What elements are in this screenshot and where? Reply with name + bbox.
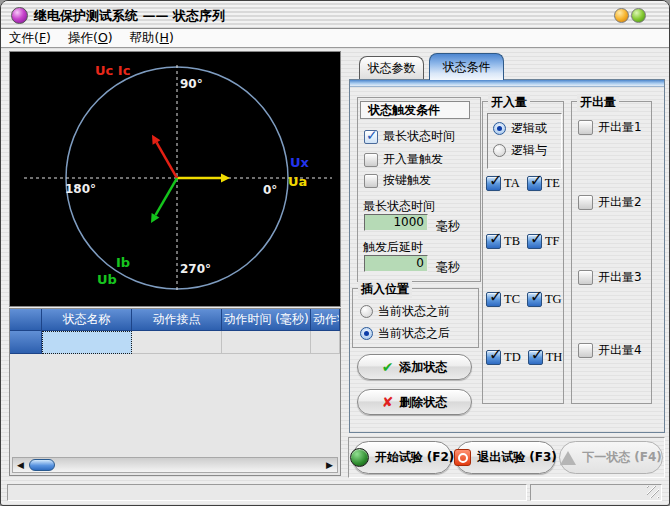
checkbox-icon[interactable]	[364, 130, 378, 144]
trigger-group-title: 状态触发条件	[360, 101, 470, 119]
checkbox-tf[interactable]	[527, 234, 542, 249]
app-badge-icon[interactable]	[11, 7, 28, 24]
checkbox-output-1[interactable]: 开出量1	[578, 119, 642, 136]
max-state-time-unit: 毫秒	[436, 218, 460, 235]
status-bar-right	[530, 484, 662, 501]
checkbox-icon[interactable]	[364, 153, 378, 167]
tab-page-top-band	[350, 80, 664, 87]
post-trigger-delay-label: 触发后延时	[363, 239, 423, 256]
title-bar: 继电保护测试系统 —— 状态序列	[1, 1, 669, 29]
phasor-label-ub: Ub	[97, 272, 117, 287]
menu-bar: 文件(F) 操作(O) 帮助(H)	[1, 29, 669, 48]
resize-grip[interactable]	[647, 486, 659, 498]
radio-after-current-state[interactable]: 当前状态之后	[360, 325, 450, 342]
add-state-button[interactable]: ✔ 添加状态	[357, 354, 472, 380]
radio-before-current-state[interactable]: 当前状态之前	[360, 303, 450, 320]
post-trigger-delay-input[interactable]: 0	[364, 255, 428, 272]
radio-icon[interactable]	[360, 327, 373, 340]
radio-icon[interactable]	[493, 144, 506, 157]
checkbox-icon[interactable]	[578, 343, 593, 358]
test-control-panel: 开始试验 (F2) 退出试验 (F3) 下一状态 (F4)	[348, 437, 665, 478]
channel-row-tc-tg: TC TG	[486, 292, 562, 307]
radio-icon[interactable]	[360, 305, 373, 318]
x-icon: ✘	[382, 394, 394, 410]
delete-state-button[interactable]: ✘ 删除状态	[357, 389, 472, 415]
checkbox-key-trigger[interactable]: 按键触发	[364, 172, 431, 189]
max-state-time-input[interactable]: 1000	[364, 214, 428, 231]
window-title: 继电保护测试系统 —— 状态序列	[34, 7, 225, 25]
checkbox-icon[interactable]	[578, 120, 593, 135]
binary-input-group: 开入量 逻辑或 逻辑与 TA TE TB	[482, 101, 564, 404]
checkbox-tc[interactable]	[486, 292, 501, 307]
phasor-label-270: 270°	[180, 262, 211, 276]
logic-box: 逻辑或 逻辑与	[487, 113, 562, 169]
table-header: 状态名称 动作接点 动作时间 (毫秒) 动作状态	[10, 309, 340, 331]
phasor-panel: Uc Ic 90° 180° 0° 270° Ux Ua Ib Ub	[9, 51, 341, 307]
start-icon	[350, 448, 369, 467]
next-state-button[interactable]: 下一状态 (F4)	[559, 441, 663, 474]
checkbox-icon[interactable]	[364, 174, 378, 188]
menu-help[interactable]: 帮助(H)	[130, 30, 174, 47]
trigger-conditions-group: 状态触发条件 最长状态时间 开入量触发 按键触发 最长状态时间 1000 毫秒 …	[357, 97, 481, 282]
stop-icon	[454, 449, 471, 466]
checkbox-output-4[interactable]: 开出量4	[578, 342, 642, 359]
binary-output-legend: 开出量	[577, 94, 619, 111]
binary-input-legend: 开入量	[488, 94, 530, 111]
checkbox-icon[interactable]	[578, 270, 593, 285]
tab-state-params[interactable]: 状态参数	[359, 56, 424, 80]
col-header-state-name[interactable]: 状态名称	[42, 309, 132, 331]
check-icon: ✔	[382, 359, 394, 375]
radio-icon[interactable]	[493, 122, 506, 135]
checkbox-ta[interactable]	[486, 176, 501, 191]
checkbox-th[interactable]	[528, 350, 543, 365]
phasor-label-0: 0°	[263, 183, 277, 197]
radio-logic-or[interactable]: 逻辑或	[493, 120, 547, 137]
col-header-action-state[interactable]: 动作状态	[311, 309, 340, 331]
menu-file[interactable]: 文件(F)	[9, 30, 51, 47]
col-header-index[interactable]	[10, 309, 42, 331]
close-button[interactable]	[631, 8, 646, 23]
col-header-contact[interactable]: 动作接点	[132, 309, 222, 331]
scrollbar-thumb[interactable]	[29, 459, 55, 471]
post-trigger-delay-unit: 毫秒	[436, 259, 460, 276]
exit-test-button[interactable]: 退出试验 (F3)	[455, 441, 556, 474]
phasor-label-180: 180°	[65, 182, 96, 196]
checkbox-binary-input-trigger[interactable]: 开入量触发	[364, 151, 443, 168]
selected-cell[interactable]	[42, 331, 132, 354]
next-icon	[560, 451, 576, 465]
minimize-button[interactable]	[614, 8, 629, 23]
app-window: 继电保护测试系统 —— 状态序列 文件(F) 操作(O) 帮助(H) Uc Ic…	[0, 0, 670, 506]
checkbox-tg[interactable]	[527, 292, 542, 307]
table-cell[interactable]	[222, 331, 311, 354]
col-header-time[interactable]: 动作时间 (毫秒)	[222, 309, 311, 331]
checkbox-max-state-time[interactable]: 最长状态时间	[364, 128, 455, 145]
horizontal-scrollbar[interactable]: ◀ ▶	[12, 457, 338, 473]
scroll-right-icon[interactable]: ▶	[323, 458, 336, 472]
scroll-left-icon[interactable]: ◀	[14, 458, 27, 472]
phasor-label-ux: Ux	[290, 155, 309, 170]
channel-row-td-th: TD TH	[486, 350, 562, 365]
table-cell[interactable]	[311, 331, 340, 354]
row-header-cell[interactable]	[10, 331, 42, 354]
tab-state-conditions[interactable]: 状态条件	[429, 53, 504, 80]
phasor-label-ib: Ib	[116, 255, 130, 270]
channel-row-ta-te: TA TE	[486, 176, 560, 191]
max-state-time-label: 最长状态时间	[363, 198, 435, 215]
checkbox-te[interactable]	[527, 176, 542, 191]
binary-output-group: 开出量 开出量1 开出量2 开出量3 开出量4	[571, 101, 652, 404]
checkbox-icon[interactable]	[578, 195, 593, 210]
phasor-label-90: 90°	[180, 77, 203, 91]
checkbox-output-3[interactable]: 开出量3	[578, 269, 642, 286]
table-row	[10, 331, 340, 354]
checkbox-tb[interactable]	[486, 234, 501, 249]
radio-logic-and[interactable]: 逻辑与	[493, 142, 547, 159]
insert-position-legend: 插入位置	[358, 281, 412, 298]
start-test-button[interactable]: 开始试验 (F2)	[352, 441, 452, 474]
state-table: 状态名称 动作接点 动作时间 (毫秒) 动作状态 ◀ ▶	[9, 308, 341, 476]
phasor-label-ua: Ua	[288, 174, 307, 189]
table-cell[interactable]	[132, 331, 222, 354]
menu-operate[interactable]: 操作(O)	[68, 30, 113, 47]
status-bar-left	[7, 484, 527, 501]
checkbox-td[interactable]	[486, 350, 501, 365]
checkbox-output-2[interactable]: 开出量2	[578, 194, 642, 211]
